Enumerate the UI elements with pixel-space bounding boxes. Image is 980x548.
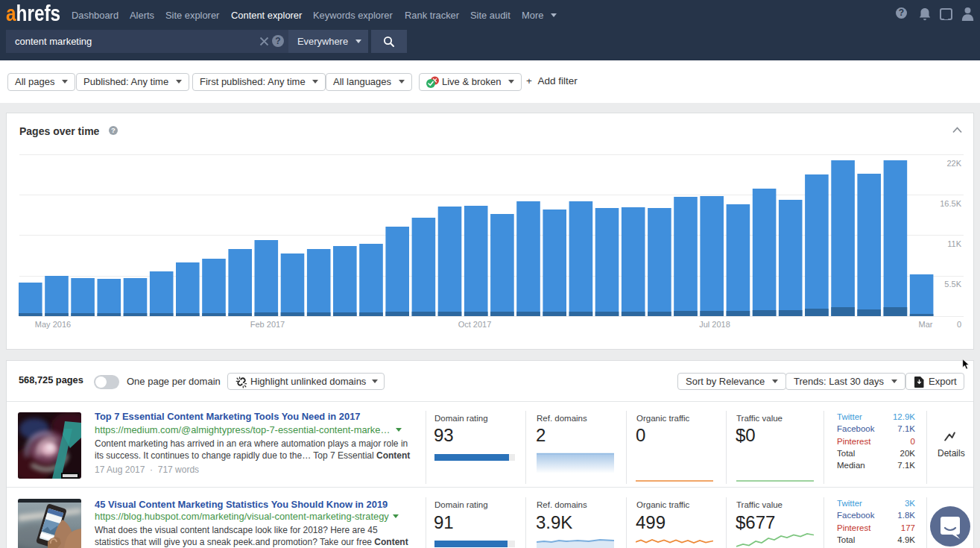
svg-text:Jul 2018: Jul 2018 bbox=[699, 320, 730, 329]
svg-text:May 2016: May 2016 bbox=[35, 320, 71, 329]
svg-text:11K: 11K bbox=[947, 239, 961, 248]
svg-text:5.5K: 5.5K bbox=[944, 280, 961, 289]
svg-text:Feb 2017: Feb 2017 bbox=[250, 320, 285, 329]
svg-text:22K: 22K bbox=[946, 159, 961, 168]
svg-text:0: 0 bbox=[957, 320, 961, 329]
svg-text:Oct 2017: Oct 2017 bbox=[458, 320, 492, 329]
svg-text:16.5K: 16.5K bbox=[940, 199, 961, 208]
svg-text:Mar: Mar bbox=[919, 320, 933, 329]
